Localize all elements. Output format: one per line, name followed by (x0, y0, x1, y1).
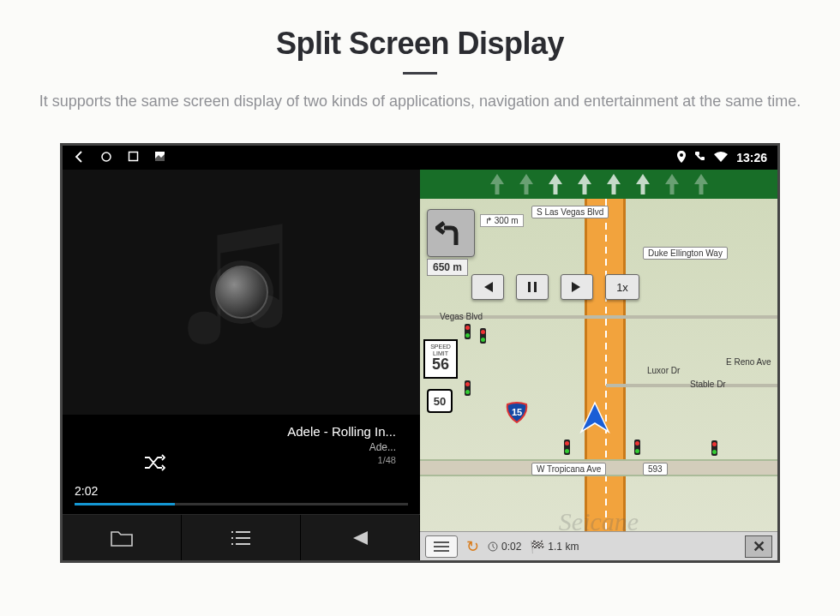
svg-point-3 (680, 153, 683, 157)
svg-rect-4 (528, 282, 531, 292)
lane-arrow-icon (634, 174, 651, 194)
street-label: S Las Vegas Blvd (531, 206, 609, 218)
svg-point-0 (102, 153, 111, 161)
track-title: Adele - Rolling In... (287, 423, 396, 440)
nav-prev-button[interactable] (471, 274, 504, 300)
back-icon[interactable] (73, 151, 85, 165)
lane-arrow-icon (518, 174, 535, 194)
music-bottom-tabs (63, 514, 420, 560)
wifi-icon (714, 151, 728, 164)
main-route-road (585, 199, 626, 531)
screenshot-icon[interactable] (154, 151, 165, 164)
status-bar: 13:26 (63, 146, 777, 170)
navigation-panel: S Las Vegas Blvd Duke Ellington Way Vega… (420, 170, 777, 560)
nav-bottom-bar: ↻ 0:02 🏁 1.1 km ✕ (420, 531, 777, 560)
traffic-light-icon (634, 440, 640, 455)
shuffle-icon[interactable] (143, 454, 165, 474)
track-count: 1/48 (287, 454, 396, 467)
folder-tab[interactable] (63, 515, 182, 560)
play-center-button[interactable] (215, 266, 268, 319)
nav-speed-button[interactable]: 1x (605, 274, 639, 300)
split-container: Adele - Rolling In... Ade... 1/48 2:02 (63, 170, 777, 560)
recent-icon[interactable] (128, 151, 139, 164)
street-label: Vegas Blvd (435, 311, 487, 322)
previous-tab[interactable] (301, 515, 420, 560)
location-icon (677, 151, 686, 165)
route-sign: 50 (427, 389, 453, 413)
lane-guidance-bar (420, 170, 777, 199)
lane-arrow-icon (576, 174, 593, 194)
street-label: Stable Dr (686, 379, 730, 390)
traffic-light-icon (465, 324, 471, 339)
current-position-arrow (578, 401, 612, 443)
next-turn-distance: ↱ 300 m (480, 214, 524, 227)
page-title: Split Screen Display (276, 26, 564, 62)
speed-limit-sign: SPEED LIMIT 56 (423, 339, 458, 379)
progress-fill (75, 503, 175, 505)
street-label: W Tropicana Ave (531, 463, 606, 475)
phone-icon (694, 151, 705, 164)
street-label: Duke Ellington Way (643, 247, 728, 260)
traffic-light-icon (564, 440, 570, 455)
home-icon[interactable] (100, 151, 112, 165)
svg-text:15: 15 (512, 407, 522, 417)
nav-menu-button[interactable] (425, 535, 458, 558)
street-number: 593 (643, 463, 668, 475)
music-player-panel: Adele - Rolling In... Ade... 1/48 2:02 (63, 170, 420, 560)
street-label: E Reno Ave (722, 356, 776, 368)
turn-distance-main: 650 m (427, 259, 468, 276)
traffic-light-icon (465, 380, 471, 396)
traffic-light-icon (711, 440, 717, 456)
remaining-distance: 🏁 1.1 km (530, 540, 579, 553)
nav-next-button[interactable] (561, 274, 593, 300)
nav-close-button[interactable]: ✕ (745, 535, 772, 558)
interstate-shield: 15 (506, 401, 528, 425)
street-label: Luxor Dr (643, 365, 684, 376)
status-time: 13:26 (736, 151, 767, 164)
title-divider (403, 72, 437, 75)
nav-pause-button[interactable] (516, 274, 549, 300)
lane-arrow-icon (605, 174, 622, 194)
eta-time: 0:02 (488, 541, 521, 553)
elapsed-time: 2:02 (75, 484, 98, 498)
nav-media-controls: 1x (471, 274, 639, 300)
lane-arrow-icon (693, 174, 710, 194)
track-artist: Ade... (287, 440, 396, 454)
album-art-area (63, 170, 420, 415)
progress-bar[interactable] (75, 503, 408, 505)
device-frame: 13:26 Adele - Rolling In... Ade... 1/48 (60, 143, 780, 563)
page-subtitle: It supports the same screen display of t… (39, 90, 801, 113)
lane-arrow-icon (547, 174, 564, 194)
svg-rect-5 (534, 282, 537, 292)
traffic-light-icon (480, 328, 486, 344)
refresh-icon[interactable]: ↻ (466, 537, 479, 556)
lane-arrow-icon (489, 174, 506, 194)
lane-arrow-icon (663, 174, 681, 194)
playlist-tab[interactable] (182, 515, 301, 560)
turn-indicator (427, 209, 475, 257)
svg-rect-1 (129, 153, 138, 161)
